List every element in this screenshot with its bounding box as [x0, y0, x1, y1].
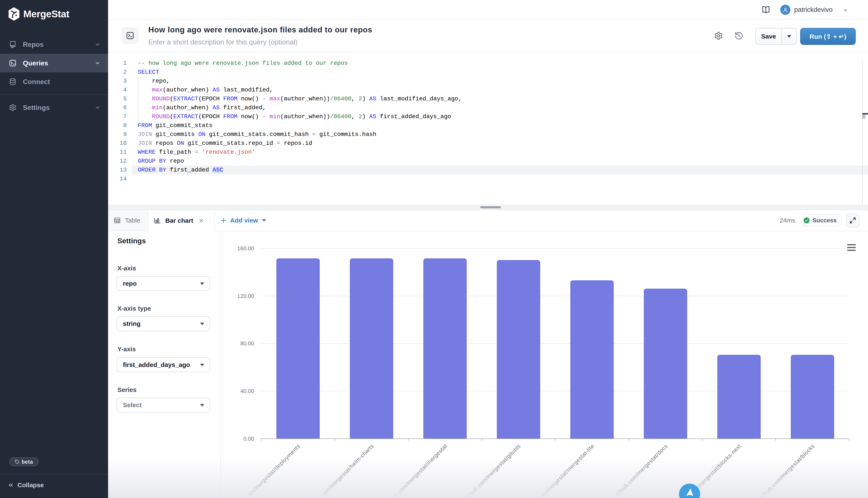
- svg-text:160.00: 160.00: [237, 245, 254, 251]
- svg-text:80.00: 80.00: [240, 340, 254, 346]
- svg-text:0.00: 0.00: [243, 435, 254, 442]
- svg-text:github.com/mergestat/docs: github.com/mergestat/docs: [613, 443, 669, 498]
- svg-text:github.com/mergestat/gitutils: github.com/mergestat/gitutils: [463, 443, 522, 498]
- svg-text:github.com/mergestat/mergestat: github.com/mergestat/mergestat: [383, 443, 448, 498]
- svg-text:github.com/mergestat/blocks: github.com/mergestat/blocks: [757, 443, 816, 498]
- svg-text:40.00: 40.00: [240, 388, 254, 394]
- svg-text:github.com/mergestat/deploymen: github.com/mergestat/deployments: [231, 443, 302, 498]
- svg-text:github.com/mergestat/helm-char: github.com/mergestat/helm-charts: [306, 443, 375, 498]
- svg-text:github.com/mergestat/mergestat: github.com/mergestat/mergestat-lite: [523, 443, 596, 498]
- svg-text:120.00: 120.00: [237, 293, 254, 299]
